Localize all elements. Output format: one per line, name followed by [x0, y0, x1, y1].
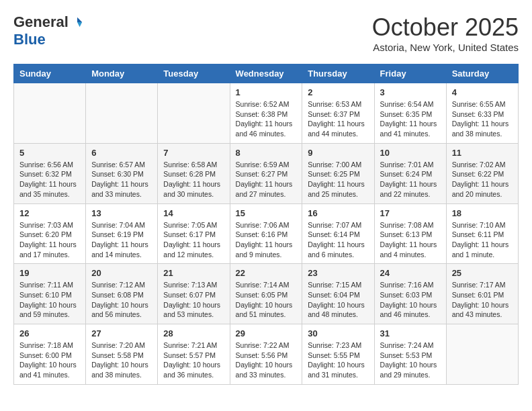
- day-info: Sunrise: 6:55 AM Sunset: 6:33 PM Dayligh…: [452, 99, 513, 139]
- weekday-header-tuesday: Tuesday: [158, 64, 230, 83]
- calendar-cell: [14, 83, 86, 144]
- day-number: 26: [19, 328, 80, 338]
- day-number: 8: [236, 148, 297, 158]
- day-info: Sunrise: 6:58 AM Sunset: 6:28 PM Dayligh…: [163, 160, 224, 199]
- day-number: 31: [380, 328, 441, 338]
- calendar-cell: 23Sunrise: 7:15 AM Sunset: 6:04 PM Dayli…: [302, 264, 374, 324]
- day-info: Sunrise: 7:15 AM Sunset: 6:04 PM Dayligh…: [308, 280, 368, 320]
- day-number: 2: [308, 87, 368, 97]
- day-info: Sunrise: 7:18 AM Sunset: 6:00 PM Dayligh…: [19, 340, 80, 380]
- day-number: 14: [163, 208, 224, 218]
- calendar-cell: 14Sunrise: 7:05 AM Sunset: 6:17 PM Dayli…: [158, 203, 230, 264]
- day-number: 22: [236, 268, 297, 278]
- calendar-cell: 3Sunrise: 6:54 AM Sunset: 6:35 PM Daylig…: [374, 83, 446, 144]
- day-number: 23: [308, 268, 368, 278]
- day-info: Sunrise: 7:12 AM Sunset: 6:08 PM Dayligh…: [91, 280, 152, 320]
- day-info: Sunrise: 6:59 AM Sunset: 6:27 PM Dayligh…: [236, 160, 297, 199]
- day-number: 29: [236, 328, 297, 338]
- day-info: Sunrise: 7:17 AM Sunset: 6:01 PM Dayligh…: [452, 280, 513, 320]
- calendar-cell: 25Sunrise: 7:17 AM Sunset: 6:01 PM Dayli…: [446, 264, 518, 324]
- weekday-header-row: SundayMondayTuesdayWednesdayThursdayFrid…: [14, 64, 519, 83]
- day-number: 27: [91, 328, 152, 338]
- calendar-cell: 18Sunrise: 7:10 AM Sunset: 6:11 PM Dayli…: [446, 203, 518, 264]
- calendar-cell: 12Sunrise: 7:03 AM Sunset: 6:20 PM Dayli…: [14, 203, 86, 264]
- location-title: Astoria, New York, United States: [372, 42, 519, 53]
- calendar-cell: 13Sunrise: 7:04 AM Sunset: 6:19 PM Dayli…: [86, 203, 158, 264]
- day-info: Sunrise: 7:01 AM Sunset: 6:24 PM Dayligh…: [380, 160, 441, 199]
- day-number: 25: [452, 268, 513, 278]
- day-number: 3: [380, 87, 441, 97]
- calendar-cell: 7Sunrise: 6:58 AM Sunset: 6:28 PM Daylig…: [158, 143, 230, 203]
- day-info: Sunrise: 7:08 AM Sunset: 6:13 PM Dayligh…: [380, 220, 441, 260]
- day-info: Sunrise: 7:06 AM Sunset: 6:16 PM Dayligh…: [236, 220, 297, 260]
- day-info: Sunrise: 7:16 AM Sunset: 6:03 PM Dayligh…: [380, 280, 441, 320]
- calendar-cell: 22Sunrise: 7:14 AM Sunset: 6:05 PM Dayli…: [230, 264, 302, 324]
- calendar-row-4: 19Sunrise: 7:11 AM Sunset: 6:10 PM Dayli…: [14, 264, 519, 324]
- calendar-cell: 29Sunrise: 7:22 AM Sunset: 5:56 PM Dayli…: [230, 324, 302, 385]
- calendar-cell: [446, 324, 518, 385]
- calendar-cell: 20Sunrise: 7:12 AM Sunset: 6:08 PM Dayli…: [86, 264, 158, 324]
- day-info: Sunrise: 6:52 AM Sunset: 6:38 PM Dayligh…: [236, 99, 297, 139]
- day-number: 15: [236, 208, 297, 218]
- day-info: Sunrise: 7:04 AM Sunset: 6:19 PM Dayligh…: [91, 220, 152, 260]
- day-info: Sunrise: 7:24 AM Sunset: 5:53 PM Dayligh…: [380, 340, 441, 380]
- day-number: 21: [163, 268, 224, 278]
- weekday-header-friday: Friday: [374, 64, 446, 83]
- day-number: 24: [380, 268, 441, 278]
- logo-icon: [71, 16, 83, 28]
- month-title: October 2025: [372, 13, 519, 42]
- day-number: 20: [91, 268, 152, 278]
- day-number: 30: [308, 328, 368, 338]
- day-number: 12: [19, 208, 80, 218]
- weekday-header-wednesday: Wednesday: [230, 64, 302, 83]
- weekday-header-saturday: Saturday: [446, 64, 518, 83]
- calendar-row-2: 5Sunrise: 6:56 AM Sunset: 6:32 PM Daylig…: [14, 143, 519, 203]
- calendar-cell: 5Sunrise: 6:56 AM Sunset: 6:32 PM Daylig…: [14, 143, 86, 203]
- logo-general-text: General: [13, 13, 69, 31]
- day-number: 6: [91, 148, 152, 158]
- day-number: 5: [19, 148, 80, 158]
- day-info: Sunrise: 7:14 AM Sunset: 6:05 PM Dayligh…: [236, 280, 297, 320]
- weekday-header-thursday: Thursday: [302, 64, 374, 83]
- calendar-cell: 9Sunrise: 7:00 AM Sunset: 6:25 PM Daylig…: [302, 143, 374, 203]
- calendar-cell: 11Sunrise: 7:02 AM Sunset: 6:22 PM Dayli…: [446, 143, 518, 203]
- calendar-cell: [86, 83, 158, 144]
- calendar-cell: 31Sunrise: 7:24 AM Sunset: 5:53 PM Dayli…: [374, 324, 446, 385]
- svg-marker-1: [77, 22, 82, 27]
- calendar-cell: 26Sunrise: 7:18 AM Sunset: 6:00 PM Dayli…: [14, 324, 86, 385]
- calendar-row-1: 1Sunrise: 6:52 AM Sunset: 6:38 PM Daylig…: [14, 83, 519, 144]
- day-info: Sunrise: 7:05 AM Sunset: 6:17 PM Dayligh…: [163, 220, 224, 260]
- calendar-row-3: 12Sunrise: 7:03 AM Sunset: 6:20 PM Dayli…: [14, 203, 519, 264]
- weekday-header-monday: Monday: [86, 64, 158, 83]
- svg-marker-0: [77, 17, 82, 22]
- logo-blue-text: Blue: [13, 31, 46, 48]
- calendar-cell: 30Sunrise: 7:23 AM Sunset: 5:55 PM Dayli…: [302, 324, 374, 385]
- day-info: Sunrise: 6:54 AM Sunset: 6:35 PM Dayligh…: [380, 99, 441, 139]
- calendar-cell: 6Sunrise: 6:57 AM Sunset: 6:30 PM Daylig…: [86, 143, 158, 203]
- day-info: Sunrise: 6:57 AM Sunset: 6:30 PM Dayligh…: [91, 160, 152, 199]
- calendar-cell: 2Sunrise: 6:53 AM Sunset: 6:37 PM Daylig…: [302, 83, 374, 144]
- day-info: Sunrise: 7:13 AM Sunset: 6:07 PM Dayligh…: [163, 280, 224, 320]
- weekday-header-sunday: Sunday: [14, 64, 86, 83]
- calendar-cell: 16Sunrise: 7:07 AM Sunset: 6:14 PM Dayli…: [302, 203, 374, 264]
- title-block: October 2025 Astoria, New York, United S…: [372, 13, 519, 53]
- day-info: Sunrise: 7:21 AM Sunset: 5:57 PM Dayligh…: [163, 340, 224, 380]
- day-number: 18: [452, 208, 513, 218]
- day-info: Sunrise: 7:20 AM Sunset: 5:58 PM Dayligh…: [91, 340, 152, 380]
- day-info: Sunrise: 7:00 AM Sunset: 6:25 PM Dayligh…: [308, 160, 368, 199]
- day-number: 7: [163, 148, 224, 158]
- day-info: Sunrise: 7:07 AM Sunset: 6:14 PM Dayligh…: [308, 220, 368, 260]
- logo: General Blue: [13, 13, 83, 48]
- calendar-cell: 10Sunrise: 7:01 AM Sunset: 6:24 PM Dayli…: [374, 143, 446, 203]
- calendar-cell: 1Sunrise: 6:52 AM Sunset: 6:38 PM Daylig…: [230, 83, 302, 144]
- calendar-cell: [158, 83, 230, 144]
- day-number: 13: [91, 208, 152, 218]
- day-info: Sunrise: 7:10 AM Sunset: 6:11 PM Dayligh…: [452, 220, 513, 260]
- day-number: 1: [236, 87, 297, 97]
- day-number: 17: [380, 208, 441, 218]
- day-info: Sunrise: 7:23 AM Sunset: 5:55 PM Dayligh…: [308, 340, 368, 380]
- day-info: Sunrise: 6:56 AM Sunset: 6:32 PM Dayligh…: [19, 160, 80, 199]
- day-info: Sunrise: 6:53 AM Sunset: 6:37 PM Dayligh…: [308, 99, 368, 139]
- day-number: 16: [308, 208, 368, 218]
- calendar-cell: 24Sunrise: 7:16 AM Sunset: 6:03 PM Dayli…: [374, 264, 446, 324]
